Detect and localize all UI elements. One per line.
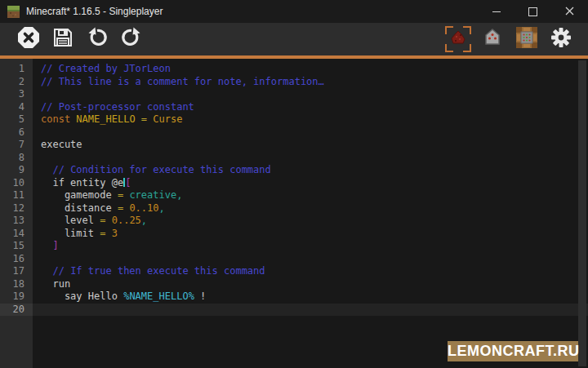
line-number-8: 8 [0,152,33,165]
code-line-9[interactable]: // Condition for execute this command [33,164,588,177]
code-token: gamemode [41,189,118,201]
code-token: run [41,278,70,290]
line-number-11: 11 [0,189,33,202]
save-button[interactable] [49,25,77,53]
code-line-13[interactable]: level = 0..25, [33,215,588,228]
line-number-19: 19 [0,290,33,304]
line-number-14: 14 [0,228,33,241]
toolbar-left-group [0,25,145,53]
code-token: level [41,215,100,226]
line-number-1: 1 [0,63,33,76]
code-token [41,265,52,277]
code-line-5[interactable]: const NAME_HELLO = Curse [33,113,588,126]
floppy-disk-icon [52,27,74,51]
code-token: 0..25 [112,215,141,226]
line-number-5: 5 [0,113,33,126]
minimize-icon [492,11,501,12]
close-icon [565,4,574,19]
code-line-18[interactable]: run [33,278,588,291]
toolbar-right-group [444,25,588,53]
code-token: 0..10 [129,202,158,214]
code-line-2[interactable]: // This line is a comment for note, info… [33,76,588,89]
code-token: 3 [112,228,118,239]
octagon-x-icon [17,26,40,52]
selection-frame [445,26,453,34]
code-line-12[interactable]: distance = 0..10, [33,202,588,215]
code-token: const [41,113,76,125]
line-number-9: 9 [0,164,33,177]
code-line-7[interactable]: execute [33,139,588,152]
gutter: 1234567891011121314151617181920 [0,59,33,368]
code-token [105,228,111,239]
code-editor: 1234567891011121314151617181920 // Creat… [0,59,588,368]
app-window: Minecraft* 1.16.5 - Singleplayer [0,0,588,368]
code-line-20[interactable] [33,304,588,317]
window-title: Minecraft* 1.16.5 - Singleplayer [26,6,478,17]
line-number-17: 17 [0,265,33,278]
vertical-scrollbar[interactable] [578,60,586,366]
gear-icon [550,27,572,51]
undo-button[interactable] [83,25,111,53]
code-line-1[interactable]: // Created by JTorLeon [33,63,588,76]
line-number-13: 13 [0,215,33,228]
close-button[interactable] [551,0,588,23]
titlebar: Minecraft* 1.16.5 - Singleplayer [0,0,588,23]
line-number-10: 10 [0,177,33,190]
redo-arrow-icon [121,27,142,51]
code-line-8[interactable] [33,152,588,165]
code-token: , [159,202,165,214]
close-file-button[interactable] [15,25,42,53]
line-number-12: 12 [0,202,33,215]
line-number-16: 16 [0,253,33,266]
selection-frame [445,44,453,52]
code-token: [ [125,177,131,188]
code-line-16[interactable] [33,253,588,266]
code-line-10[interactable]: if entity @e[ [33,177,588,190]
code-line-6[interactable] [33,126,588,140]
redstone-tool-button[interactable] [444,25,472,53]
code-token: NAME_HELLO [76,113,135,125]
code-token: // Condition for execute this command [52,164,270,175]
code-token: execute [41,139,82,150]
code-token: ! [194,290,206,302]
code-line-15[interactable]: ] [33,240,588,253]
code-line-14[interactable]: limit = 3 [33,228,588,241]
code-lines[interactable]: // Created by JTorLeon// This line is a … [33,59,588,368]
comparator-icon [483,28,502,51]
comparator-tool-button[interactable] [479,25,506,53]
redo-button[interactable] [118,25,145,53]
code-line-19[interactable]: say Hello %NAME_HELLO% ! [33,290,588,304]
code-token: ] [52,240,58,251]
code-token [105,215,111,226]
code-line-3[interactable] [33,88,588,101]
line-number-3: 3 [0,88,33,101]
code-token: , [176,189,182,201]
maximize-icon [528,7,537,16]
code-token: // This line is a comment for note, info… [41,76,324,87]
command-block-icon [515,26,538,52]
grass-block-icon [7,6,20,18]
code-token: = [136,113,154,125]
code-token: // If true then execute this command [52,265,265,277]
selection-frame [463,26,471,34]
code-token: %NAME_HELLO% [123,290,194,302]
line-number-6: 6 [0,126,33,140]
command-block-tool-button[interactable] [513,25,541,53]
code-token [41,240,52,251]
code-token: // Created by JTorLeon [41,63,171,74]
minimize-button[interactable] [478,0,514,23]
watermark-badge: LEMONCRAFT.RU [448,341,578,361]
maximize-button[interactable] [514,0,551,23]
settings-button[interactable] [547,25,575,53]
code-token [41,164,52,175]
code-line-17[interactable]: // If true then execute this command [33,265,588,278]
line-number-7: 7 [0,139,33,152]
line-number-20: 20 [0,304,33,317]
undo-arrow-icon [87,27,108,51]
code-token: // Post-processor constant [41,101,194,113]
line-number-15: 15 [0,240,33,253]
selection-frame [463,44,471,52]
code-line-11[interactable]: gamemode = creative, [33,189,588,202]
line-number-2: 2 [0,76,33,89]
code-line-4[interactable]: // Post-processor constant [33,101,588,114]
